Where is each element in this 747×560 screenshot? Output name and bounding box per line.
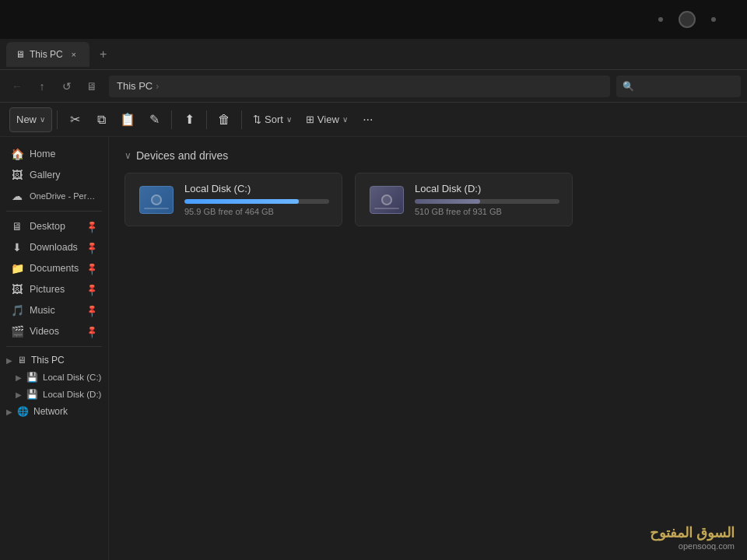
new-button[interactable]: New ∨ [9, 107, 52, 132]
search-icon: 🔍 [622, 81, 634, 92]
share-button[interactable]: ⬆ [177, 107, 202, 132]
local-d-label: Local Disk (D:) [43, 390, 101, 399]
watermark: السوق المفتوح opensooq.com [650, 524, 735, 551]
share-icon: ⬆ [184, 112, 195, 127]
sidebar-tree-network[interactable]: ▶ 🌐 Network [0, 403, 108, 420]
music-icon: 🎵 [11, 304, 23, 317]
breadcrumb: This PC › [109, 75, 610, 97]
sidebar-item-onedrive[interactable]: ☁ OneDrive - Persona [3, 186, 105, 206]
back-button[interactable]: ← [6, 75, 28, 97]
drive-d-bar-fill [415, 199, 480, 204]
sort-icon: ⇅ [253, 114, 261, 125]
view-label: View [317, 114, 339, 125]
view-chevron: ∨ [342, 115, 348, 124]
drive-c-space: 95.9 GB free of 464 GB [184, 207, 329, 216]
toolbar-separator-1 [57, 110, 58, 129]
drive-c-bar-fill [184, 199, 299, 204]
copy-button[interactable]: ⧉ [89, 107, 114, 132]
desktop-icon: 🖥 [11, 220, 23, 233]
search-bar[interactable]: 🔍 [616, 75, 741, 97]
sidebar-label-documents: Documents [30, 263, 79, 274]
drive-d-name: Local Disk (D:) [415, 183, 559, 194]
gallery-icon: 🖼 [11, 169, 23, 181]
drive-d-info: Local Disk (D:) 510 GB free of 931 GB [415, 183, 559, 216]
sidebar-item-documents[interactable]: 📁 Documents 📌 [3, 258, 105, 278]
documents-icon: 📁 [11, 262, 23, 275]
main-area: 🏠 Home 🖼 Gallery ☁ OneDrive - Persona 🖥 … [0, 137, 747, 560]
drives-grid: Local Disk (C:) 95.9 GB free of 464 GB [124, 173, 731, 226]
led-dot-2 [711, 17, 716, 22]
sidebar-label-home: Home [30, 149, 55, 159]
expand-icon-network: ▶ [6, 408, 12, 416]
local-c-icon: 💾 [26, 372, 38, 383]
new-tab-button[interactable]: + [93, 44, 114, 65]
more-icon: ··· [363, 113, 373, 127]
expand-icon-c: ▶ [16, 373, 22, 382]
new-chevron: ∨ [40, 115, 45, 124]
copy-icon: ⧉ [97, 113, 106, 127]
sidebar-item-music[interactable]: 🎵 Music 📌 [3, 300, 105, 320]
expand-icon-d: ▶ [16, 390, 22, 399]
up-button[interactable]: ↑ [31, 75, 53, 97]
sidebar-label-videos: Videos [30, 326, 59, 337]
drive-d-space: 510 GB free of 931 GB [415, 207, 559, 216]
file-explorer-window: 🖥 This PC × + ← ↑ ↺ 🖥 This PC › 🔍 New ∨ … [0, 39, 747, 560]
sidebar-item-downloads[interactable]: ⬇ Downloads 📌 [3, 237, 105, 257]
section-header: ∨ Devices and drives [124, 149, 731, 162]
rename-button[interactable]: ✎ [142, 107, 167, 132]
sidebar-item-gallery[interactable]: 🖼 Gallery [3, 165, 105, 185]
toolbar-separator-2 [171, 110, 172, 129]
cut-button[interactable]: ✂ [62, 107, 87, 132]
videos-icon: 🎬 [11, 325, 23, 338]
tab-close-button[interactable]: × [68, 48, 80, 61]
sidebar-tree-local-c[interactable]: ▶ 💾 Local Disk (C:) [0, 369, 108, 386]
this-pc-tree-label: This PC [31, 355, 65, 366]
sidebar-item-pictures[interactable]: 🖼 Pictures 📌 [3, 279, 105, 299]
sidebar-item-videos[interactable]: 🎬 Videos 📌 [3, 321, 105, 341]
sidebar-label-pictures: Pictures [30, 284, 65, 295]
sidebar-label-gallery: Gallery [30, 170, 61, 180]
more-button[interactable]: ··· [356, 107, 381, 132]
drive-d-icon [368, 184, 405, 215]
sidebar-divider-2 [6, 346, 102, 347]
local-d-icon: 💾 [26, 389, 38, 400]
section-collapse-icon[interactable]: ∨ [124, 150, 132, 161]
cut-icon: ✂ [70, 112, 80, 127]
drive-d-bar-container [415, 199, 559, 204]
camera-lens [679, 11, 696, 28]
pin-icon-pictures: 📌 [84, 282, 99, 296]
view-button[interactable]: ⊞ View ∨ [300, 107, 354, 132]
view-icon: ⊞ [306, 114, 314, 125]
local-c-label: Local Disk (C:) [43, 373, 101, 382]
delete-button[interactable]: 🗑 [212, 107, 237, 132]
drive-item-c[interactable]: Local Disk (C:) 95.9 GB free of 464 GB [124, 173, 342, 226]
new-label: New [16, 114, 37, 125]
pictures-icon: 🖼 [11, 283, 23, 296]
section-title: Devices and drives [136, 149, 228, 162]
sidebar-item-home[interactable]: 🏠 Home [3, 144, 105, 164]
rename-icon: ✎ [149, 112, 160, 127]
drive-c-name: Local Disk (C:) [184, 183, 329, 194]
home-icon: 🏠 [11, 148, 23, 160]
content-area: ∨ Devices and drives Local Disk (C:) [109, 137, 747, 560]
network-label: Network [33, 406, 68, 417]
sidebar-tree-local-d[interactable]: ▶ 💾 Local Disk (D:) [0, 386, 108, 403]
downloads-icon: ⬇ [11, 241, 23, 254]
drive-item-d[interactable]: Local Disk (D:) 510 GB free of 931 GB [355, 173, 573, 226]
tab-label: This PC [30, 49, 63, 60]
sidebar-item-desktop[interactable]: 🖥 Desktop 📌 [3, 216, 105, 236]
sidebar: 🏠 Home 🖼 Gallery ☁ OneDrive - Persona 🖥 … [0, 137, 109, 560]
sidebar-tree-this-pc[interactable]: ▶ 🖥 This PC [0, 352, 108, 369]
camera-bar [0, 0, 747, 39]
toolbar: New ∨ ✂ ⧉ 📋 ✎ ⬆ 🗑 ⇅ Sort ∨ ⊞ [0, 103, 747, 137]
tab-this-pc[interactable]: 🖥 This PC × [6, 42, 89, 67]
sidebar-label-music: Music [30, 305, 55, 316]
led-dot [658, 17, 663, 22]
refresh-button[interactable]: ↺ [56, 75, 78, 97]
sidebar-divider-1 [6, 211, 102, 212]
sidebar-label-desktop: Desktop [30, 221, 65, 232]
expand-icon-this-pc: ▶ [6, 356, 12, 365]
paste-button[interactable]: 📋 [115, 107, 140, 132]
onedrive-icon: ☁ [11, 190, 23, 202]
sort-button[interactable]: ⇅ Sort ∨ [247, 107, 298, 132]
